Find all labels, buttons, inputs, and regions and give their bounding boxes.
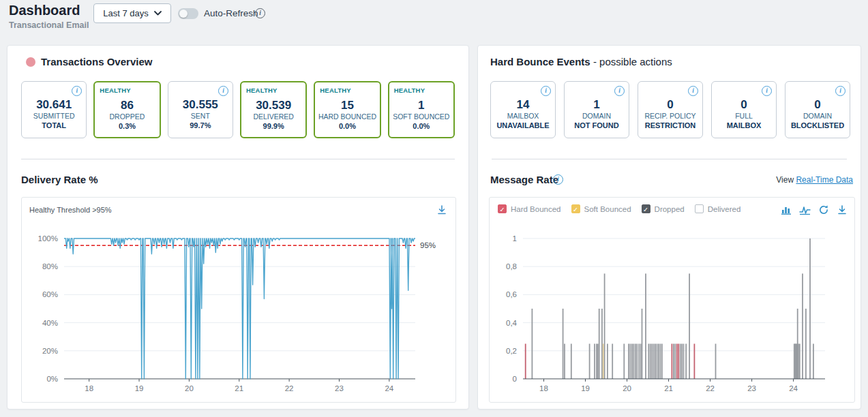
card-body: 30.539DELIVERED99.9%	[243, 99, 304, 131]
svg-text:24: 24	[789, 384, 798, 392]
card-value: 0	[713, 98, 775, 111]
divider	[21, 159, 455, 159]
toggle-knob	[179, 10, 188, 18]
auto-refresh-toggle[interactable]	[178, 8, 198, 19]
svg-text:100%: 100%	[38, 234, 58, 243]
card-sublabel: UNAVAILABLE	[492, 121, 554, 130]
info-icon[interactable]: i	[614, 86, 625, 96]
line-chart-icon[interactable]	[799, 204, 811, 215]
hard-bounce-cards-row: i14MAILBOXUNAVAILABLEi1DOMAINNOT FOUNDi0…	[490, 81, 850, 138]
svg-text:19: 19	[135, 384, 144, 392]
hard-bounce-card-domain-blocklisted: i0DOMAINBLOCKLISTED	[785, 81, 850, 138]
transactions-card-dropped-0-3-: HEALTHY86DROPPED0.3%	[93, 81, 160, 138]
refresh-icon[interactable]	[818, 204, 829, 215]
card-label: DOMAIN	[566, 112, 627, 121]
chevron-down-icon	[154, 11, 162, 16]
svg-text:21: 21	[664, 384, 673, 392]
card-label: FULL	[713, 112, 775, 121]
hard-bounce-panel: Hard Bounce Events - possible actions i1…	[477, 45, 861, 410]
svg-text:40%: 40%	[42, 319, 58, 327]
card-label: MAILBOX	[492, 112, 554, 121]
card-body: 0DOMAINBLOCKLISTED	[787, 98, 848, 130]
card-body: 1SOFT BOUNCED0.0%	[391, 99, 452, 131]
legend-item-hard-bounced: ✓Hard Bounced	[498, 204, 561, 213]
card-body: 30.555SENT99.7%	[170, 98, 231, 130]
delivery-rate-title: Delivery Rate %	[21, 174, 98, 185]
svg-text:23: 23	[335, 384, 344, 392]
auto-refresh-info-icon[interactable]: i	[255, 8, 265, 18]
download-icon[interactable]	[837, 204, 848, 215]
svg-text:60%: 60%	[42, 290, 58, 298]
card-label: SOFT BOUNCED	[391, 112, 452, 121]
info-icon[interactable]: i	[835, 86, 845, 96]
card-label: RECIP. POLICY	[640, 112, 701, 121]
date-range-dropdown[interactable]: Last 7 days	[93, 3, 171, 23]
card-body: 30.641SUBMITTEDTOTAL	[23, 98, 85, 130]
hard-bounce-card-mailbox-unavailable: i14MAILBOXUNAVAILABLE	[490, 81, 556, 138]
card-sublabel: 0.0%	[391, 121, 452, 131]
legend-item-delivered: Delivered	[695, 204, 741, 213]
card-sublabel: 99.9%	[243, 121, 304, 131]
svg-text:20%: 20%	[42, 347, 58, 355]
card-body: 1DOMAINNOT FOUND	[566, 98, 627, 130]
info-icon[interactable]: i	[72, 86, 82, 96]
transactions-overview-panel: Transactions Overview i30.641SUBMITTEDTO…	[7, 45, 469, 410]
svg-text:0: 0	[513, 375, 517, 383]
download-icon[interactable]	[436, 204, 447, 215]
svg-text:18: 18	[85, 384, 93, 392]
card-sublabel: RESTRICTION	[640, 121, 701, 130]
legend-checkbox[interactable]	[695, 204, 704, 213]
card-value: 0	[787, 98, 848, 111]
legend-label: Soft Bounced	[584, 205, 631, 213]
transactions-overview-title: Transactions Overview	[41, 56, 152, 67]
page-title: Dashboard	[9, 3, 80, 18]
message-rate-info-icon[interactable]: i	[553, 174, 563, 185]
svg-text:20: 20	[185, 384, 194, 392]
card-label: DELIVERED	[243, 112, 304, 121]
status-dot-icon	[26, 57, 35, 67]
info-icon[interactable]: i	[688, 86, 698, 96]
legend-item-soft-bounced: ✓Soft Bounced	[571, 204, 631, 213]
svg-text:20: 20	[623, 384, 631, 392]
svg-text:21: 21	[235, 384, 243, 392]
legend-label: Delivered	[708, 205, 741, 213]
hard-bounce-title-light: - possible actions	[590, 56, 672, 67]
card-sublabel: MAILBOX	[713, 121, 775, 130]
hard-bounce-card-domain-not-found: i1DOMAINNOT FOUND	[564, 81, 629, 138]
hard-bounce-title: Hard Bounce Events - possible actions	[490, 56, 672, 67]
card-label: SENT	[170, 112, 231, 121]
card-sublabel: 0.0%	[316, 121, 378, 131]
card-body: 0FULLMAILBOX	[713, 98, 775, 130]
divider	[492, 159, 847, 159]
card-value: 30.641	[23, 98, 85, 111]
healthy-badge: HEALTHY	[246, 87, 278, 94]
card-value: 15	[316, 99, 378, 112]
svg-text:24: 24	[385, 384, 393, 392]
legend-checkbox[interactable]: ✓	[642, 204, 650, 213]
date-range-value: Last 7 days	[103, 8, 149, 18]
svg-text:23: 23	[747, 384, 756, 392]
info-icon[interactable]: i	[762, 86, 772, 96]
card-sublabel: NOT FOUND	[566, 121, 627, 130]
legend-label: Hard Bounced	[511, 205, 561, 213]
message-rate-chart-card: ✓Hard Bounced✓Soft Bounced✓DroppedDelive…	[489, 197, 855, 403]
info-icon[interactable]: i	[218, 86, 228, 96]
card-value: 1	[391, 99, 452, 112]
message-rate-chart: 00,20,40,60,8118192021222324	[490, 218, 854, 417]
transactions-card-sent-99-7-: i30.555SENT99.7%	[168, 81, 233, 138]
info-icon[interactable]: i	[541, 86, 551, 96]
card-label: DROPPED	[96, 112, 158, 121]
card-body: 0RECIP. POLICYRESTRICTION	[640, 98, 701, 130]
card-value: 0	[640, 98, 701, 111]
legend-checkbox[interactable]: ✓	[498, 204, 507, 213]
legend-checkbox[interactable]: ✓	[571, 204, 580, 213]
card-body: 14MAILBOXUNAVAILABLE	[492, 98, 554, 130]
card-label: SUBMITTED	[23, 112, 85, 121]
auto-refresh-label: Auto-Refresh	[204, 8, 258, 18]
hard-bounce-card-recip-policy-restriction: i0RECIP. POLICYRESTRICTION	[638, 81, 703, 138]
card-value: 1	[566, 98, 627, 111]
svg-text:19: 19	[581, 384, 590, 392]
bar-chart-icon[interactable]	[781, 204, 792, 215]
real-time-data-link[interactable]: Real-Time Data	[796, 175, 853, 185]
card-label: HARD BOUNCED	[316, 112, 378, 121]
